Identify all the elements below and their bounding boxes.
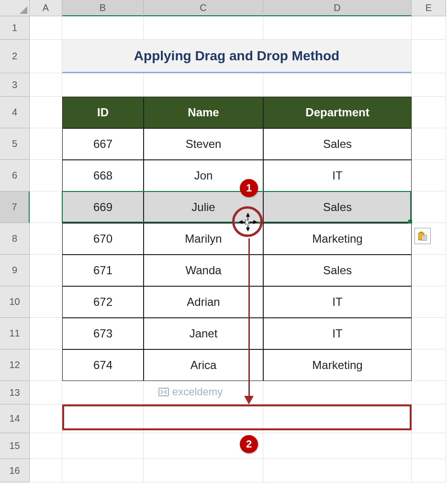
empty-cell[interactable] xyxy=(30,97,62,128)
svg-rect-9 xyxy=(420,232,423,234)
row-header-13[interactable]: 13 xyxy=(0,381,30,404)
empty-cell[interactable] xyxy=(412,318,446,349)
col-header-C[interactable]: C xyxy=(144,0,263,16)
empty-cell[interactable] xyxy=(30,40,62,73)
data-id-672[interactable]: 672 xyxy=(62,286,144,318)
data-dept-674[interactable]: Marketing xyxy=(263,349,412,381)
drag-arrow-head xyxy=(244,396,254,404)
col-header-A[interactable]: A xyxy=(30,0,62,16)
empty-cell[interactable] xyxy=(412,191,446,223)
empty-cell[interactable] xyxy=(412,97,446,128)
empty-cell[interactable] xyxy=(62,73,144,97)
row-header-8[interactable]: 8 xyxy=(0,223,30,255)
row-header-11[interactable]: 11 xyxy=(0,318,30,349)
row-header-15[interactable]: 15 xyxy=(0,433,30,459)
empty-cell[interactable] xyxy=(412,404,446,433)
row-header-14[interactable]: 14 xyxy=(0,404,30,433)
drag-arrow-line xyxy=(248,238,250,398)
empty-cell[interactable] xyxy=(30,318,62,349)
row-header-1[interactable]: 1 xyxy=(0,16,30,40)
data-id-667[interactable]: 667 xyxy=(62,128,144,160)
data-name-674[interactable]: Arica xyxy=(144,349,263,381)
data-id-671[interactable]: 671 xyxy=(62,255,144,286)
data-dept-669[interactable]: Sales xyxy=(263,191,412,223)
svg-marker-1 xyxy=(246,213,249,216)
row-header-6[interactable]: 6 xyxy=(0,160,30,191)
data-dept-668[interactable]: IT xyxy=(263,160,412,191)
select-all-corner[interactable] xyxy=(0,0,30,16)
col-header-B[interactable]: B xyxy=(62,0,144,16)
empty-cell[interactable] xyxy=(30,433,62,459)
data-name-673[interactable]: Janet xyxy=(144,318,263,349)
empty-cell[interactable] xyxy=(412,459,446,482)
row-header-7[interactable]: 7 xyxy=(0,191,30,223)
row-header-9[interactable]: 9 xyxy=(0,255,30,286)
data-name-672[interactable]: Adrian xyxy=(144,286,263,318)
empty-cell[interactable] xyxy=(30,349,62,381)
data-dept-672[interactable]: IT xyxy=(263,286,412,318)
empty-cell[interactable] xyxy=(30,223,62,255)
empty-cell[interactable] xyxy=(144,16,263,40)
empty-cell[interactable] xyxy=(30,381,62,404)
row-header-16[interactable]: 16 xyxy=(0,459,30,482)
empty-cell[interactable] xyxy=(412,433,446,459)
svg-marker-7 xyxy=(254,221,257,224)
col-header-E[interactable]: E xyxy=(412,0,446,16)
empty-cell[interactable] xyxy=(412,255,446,286)
data-id-668[interactable]: 668 xyxy=(62,160,144,191)
data-name-667[interactable]: Steven xyxy=(144,128,263,160)
empty-cell[interactable] xyxy=(263,381,412,404)
empty-cell[interactable] xyxy=(62,433,144,459)
empty-cell[interactable] xyxy=(30,286,62,318)
row-header-4[interactable]: 4 xyxy=(0,97,30,128)
row-header-2[interactable]: 2 xyxy=(0,40,30,73)
empty-cell[interactable] xyxy=(412,73,446,97)
header-name[interactable]: Name xyxy=(144,97,263,128)
empty-cell[interactable] xyxy=(144,73,263,97)
row-header-12[interactable]: 12 xyxy=(0,349,30,381)
empty-cell[interactable] xyxy=(30,16,62,40)
title-cell[interactable]: Applying Drag and Drop Method xyxy=(62,40,412,73)
empty-cell[interactable] xyxy=(30,160,62,191)
data-id-670[interactable]: 670 xyxy=(62,223,144,255)
empty-cell[interactable] xyxy=(412,349,446,381)
data-id-674[interactable]: 674 xyxy=(62,349,144,381)
watermark-text: exceldemy xyxy=(172,386,223,398)
data-dept-670[interactable]: Marketing xyxy=(263,223,412,255)
empty-cell[interactable] xyxy=(62,16,144,40)
data-dept-667[interactable]: Sales xyxy=(263,128,412,160)
empty-cell[interactable] xyxy=(30,128,62,160)
empty-cell[interactable] xyxy=(263,16,412,40)
col-header-D[interactable]: D xyxy=(263,0,412,16)
empty-cell[interactable] xyxy=(62,459,144,482)
data-dept-671[interactable]: Sales xyxy=(263,255,412,286)
empty-cell[interactable] xyxy=(30,459,62,482)
data-id-673[interactable]: 673 xyxy=(62,318,144,349)
empty-cell[interactable] xyxy=(30,255,62,286)
empty-cell[interactable] xyxy=(412,40,446,73)
empty-cell[interactable] xyxy=(30,191,62,223)
empty-cell[interactable] xyxy=(412,16,446,40)
empty-cell[interactable] xyxy=(263,433,412,459)
data-dept-673[interactable]: IT xyxy=(263,318,412,349)
empty-cell[interactable] xyxy=(30,73,62,97)
header-dept[interactable]: Department xyxy=(263,97,412,128)
data-id-669[interactable]: 669 xyxy=(62,191,144,223)
data-name-671[interactable]: Wanda xyxy=(144,255,263,286)
empty-cell[interactable] xyxy=(412,286,446,318)
empty-cell[interactable] xyxy=(412,128,446,160)
empty-cell[interactable] xyxy=(412,160,446,191)
header-id[interactable]: ID xyxy=(62,97,144,128)
row-header-5[interactable]: 5 xyxy=(0,128,30,160)
empty-cell[interactable] xyxy=(144,459,263,482)
callout-badge-1: 1 xyxy=(240,179,258,197)
empty-cell[interactable] xyxy=(263,459,412,482)
empty-cell[interactable] xyxy=(62,381,144,404)
svg-rect-11 xyxy=(159,388,168,396)
empty-cell[interactable] xyxy=(30,404,62,433)
row-header-3[interactable]: 3 xyxy=(0,73,30,97)
empty-cell[interactable] xyxy=(263,73,412,97)
empty-cell[interactable] xyxy=(412,381,446,404)
row-header-10[interactable]: 10 xyxy=(0,286,30,318)
paste-options-icon[interactable] xyxy=(414,228,431,244)
